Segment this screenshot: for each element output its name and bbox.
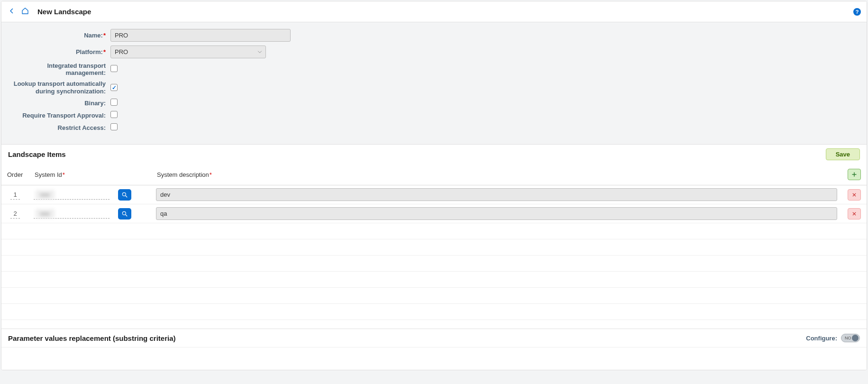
params-section: Parameter values replacement (substring … <box>1 329 867 370</box>
lookup-label: Lookup transport automatically during sy… <box>9 80 109 95</box>
table-row: 1 xxx <box>1 185 867 204</box>
itm-checkbox[interactable] <box>110 65 118 72</box>
save-button[interactable]: Save <box>826 148 860 160</box>
platform-select[interactable] <box>110 46 266 58</box>
col-order: Order <box>1 164 29 185</box>
toggle-label: NO <box>845 336 851 340</box>
empty-row <box>1 256 867 272</box>
delete-row-button[interactable] <box>848 189 861 201</box>
system-id-input[interactable]: xxx <box>34 209 110 219</box>
add-row-button[interactable] <box>848 169 861 180</box>
order-cell[interactable]: 2 <box>10 209 20 219</box>
system-id-input[interactable]: xxx <box>34 190 110 200</box>
system-desc-input[interactable] <box>156 207 837 220</box>
page-container: New Landscape ? Name:* Platform:* Integr… <box>1 1 867 370</box>
landscape-items-header: Landscape Items Save <box>1 144 867 164</box>
binary-checkbox[interactable] <box>110 99 118 106</box>
restrict-checkbox[interactable] <box>110 123 118 130</box>
home-icon[interactable] <box>19 5 31 18</box>
name-label: Name:* <box>9 32 109 39</box>
svg-point-2 <box>122 211 126 215</box>
empty-row <box>1 272 867 288</box>
order-cell[interactable]: 1 <box>10 190 20 200</box>
landscape-items-title: Landscape Items <box>8 150 66 158</box>
empty-row <box>1 288 867 304</box>
back-icon[interactable] <box>7 6 17 17</box>
system-id-lookup-button[interactable] <box>118 208 131 219</box>
configure-toggle[interactable]: NO <box>841 334 860 342</box>
delete-row-button[interactable] <box>848 208 861 219</box>
approval-label: Require Transport Approval: <box>9 112 109 119</box>
page-title: New Landscape <box>37 8 91 16</box>
svg-line-1 <box>126 195 128 197</box>
approval-checkbox[interactable] <box>110 111 118 118</box>
system-desc-input[interactable] <box>156 188 837 201</box>
empty-row <box>1 304 867 320</box>
platform-label: Platform:* <box>9 48 109 55</box>
svg-line-3 <box>126 214 128 216</box>
table-row: 2 xxx <box>1 204 867 223</box>
system-id-lookup-button[interactable] <box>118 189 131 201</box>
params-body <box>1 347 867 370</box>
name-input[interactable] <box>110 29 291 42</box>
configure-label: Configure: <box>806 335 837 342</box>
lookup-checkbox[interactable] <box>110 84 118 91</box>
empty-row <box>1 223 867 239</box>
col-actions <box>842 164 867 185</box>
binary-label: Binary: <box>9 100 109 107</box>
params-title: Parameter values replacement (substring … <box>8 334 175 342</box>
restrict-label: Restrict Access: <box>9 124 109 131</box>
col-system-desc: System description* <box>151 164 842 185</box>
landscape-items-table: Order System Id* System description* 1 x… <box>1 164 867 320</box>
toggle-knob <box>852 335 859 341</box>
col-system-id: System Id* <box>29 164 151 185</box>
form-area: Name:* Platform:* Integrated transport m… <box>1 22 867 144</box>
svg-point-0 <box>122 192 126 196</box>
itm-label: Integrated transport management: <box>9 62 109 76</box>
page-header: New Landscape ? <box>1 1 867 22</box>
help-icon[interactable]: ? <box>853 8 861 16</box>
empty-row <box>1 239 867 256</box>
